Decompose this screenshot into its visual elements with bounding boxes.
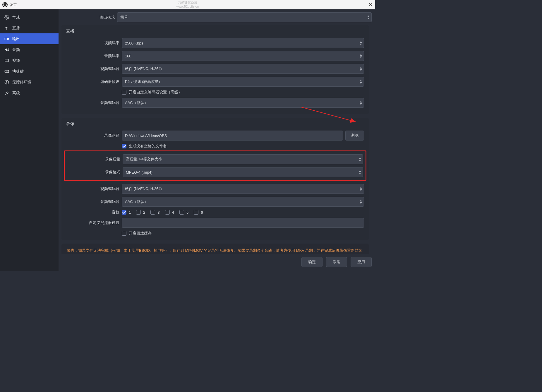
chevron-updown-icon <box>359 66 363 71</box>
window-title: 设置 <box>9 2 17 7</box>
chevron-updown-icon <box>359 199 363 204</box>
checkbox-icon <box>179 210 184 215</box>
sidebar-item-general[interactable]: 常规 <box>0 12 59 23</box>
nospace-filename-checkbox[interactable]: 生成没有空格的文件名 <box>122 143 167 149</box>
checkbox-icon <box>136 210 141 215</box>
sidebar: 常规 直播 输出 音频 视频 <box>0 9 59 271</box>
sidebar-item-output[interactable]: 输出 <box>0 33 59 44</box>
chevron-updown-icon <box>358 157 362 162</box>
sidebar-item-label: 常规 <box>12 15 20 20</box>
sidebar-item-audio[interactable]: 音频 <box>0 44 59 55</box>
sidebar-item-hotkeys[interactable]: 快捷键 <box>0 66 59 77</box>
stream-audio-bitrate-select[interactable]: 160 <box>122 51 364 61</box>
accessibility-icon <box>4 80 9 85</box>
app-icon <box>2 2 8 7</box>
warning-message: 警告：如果文件无法完成（例如，由于蓝屏BSOD、掉电等），保存到 MP4/MOV… <box>61 244 369 254</box>
custom-muxer-input[interactable] <box>122 218 364 228</box>
spinner-icon <box>359 41 363 45</box>
output-mode-row: 输出模式 简单 <box>61 12 372 22</box>
output-mode-label: 输出模式 <box>61 15 117 20</box>
replay-buffer-checkbox[interactable]: 开启回放缓存 <box>122 231 152 236</box>
sidebar-item-stream[interactable]: 直播 <box>0 23 59 33</box>
sidebar-item-label: 输出 <box>12 36 20 42</box>
chevron-updown-icon <box>359 186 363 191</box>
apply-button[interactable]: 应用 <box>351 257 372 267</box>
checkbox-icon <box>194 210 198 215</box>
camera-icon <box>4 36 9 42</box>
gear-icon <box>4 15 9 20</box>
sidebar-item-accessibility[interactable]: 无障碍环境 <box>0 77 59 88</box>
speaker-icon <box>4 47 9 52</box>
stream-video-bitrate-input[interactable]: 2500 Kbps <box>122 38 364 48</box>
highlight-box: 录像质量 高质量, 中等文件大小 录像格式 MPEG-4 (.mp4) <box>64 150 366 181</box>
sidebar-item-label: 快捷键 <box>12 69 24 74</box>
stream-encoder-preset-select[interactable]: P5：慢速 (较高质量) <box>122 77 364 87</box>
stream-custom-encoder-checkbox[interactable]: 开启自定义编码器设置（高级） <box>122 90 182 95</box>
sidebar-item-label: 直播 <box>12 25 20 31</box>
recording-quality-select[interactable]: 高质量, 中等文件大小 <box>123 154 363 164</box>
main-area: 输出模式 简单 直播 视频码率 2500 Kbps <box>59 9 375 271</box>
track-5-checkbox[interactable]: 5 <box>179 210 188 215</box>
stream-panel-title: 直播 <box>66 29 364 34</box>
audio-tracks: 1 2 3 4 5 6 <box>122 210 203 215</box>
track-1-checkbox[interactable]: 1 <box>122 210 131 215</box>
chevron-updown-icon <box>358 170 362 174</box>
chevron-updown-icon <box>359 100 363 105</box>
checkbox-icon <box>122 210 126 215</box>
browse-button[interactable]: 浏览 <box>345 131 364 141</box>
svg-rect-4 <box>5 70 8 73</box>
footer: 确定 取消 应用 <box>61 254 372 271</box>
stream-video-encoder-select[interactable]: 硬件 (NVENC, H.264) <box>122 64 364 74</box>
checkbox-icon <box>122 231 126 236</box>
stream-panel: 直播 视频码率 2500 Kbps 音频码率 160 视 <box>61 25 369 114</box>
recording-panel-title: 录像 <box>66 121 364 126</box>
sidebar-item-video[interactable]: 视频 <box>0 55 59 66</box>
track-2-checkbox[interactable]: 2 <box>136 210 145 215</box>
recording-audio-encoder-select[interactable]: AAC（默认） <box>122 197 364 207</box>
svg-point-1 <box>6 27 7 28</box>
sidebar-item-label: 视频 <box>12 58 20 63</box>
titlebar: 设置 吾爱破解论坛 www.52pojie.cn ✕ <box>0 0 375 9</box>
recording-panel: 录像 录像路径 D:/Windows/Videos/OBS 浏览 生成没有空格的… <box>61 118 369 240</box>
chevron-updown-icon <box>367 15 370 20</box>
track-6-checkbox[interactable]: 6 <box>194 210 203 215</box>
stream-audio-encoder-select[interactable]: AAC（默认） <box>122 98 364 108</box>
sidebar-item-label: 音频 <box>12 47 20 52</box>
recording-format-select[interactable]: MPEG-4 (.mp4) <box>123 167 363 177</box>
ok-button[interactable]: 确定 <box>301 257 323 267</box>
monitor-icon <box>4 58 9 63</box>
checkbox-icon <box>122 144 126 148</box>
settings-scroll[interactable]: 直播 视频码率 2500 Kbps 音频码率 160 视 <box>61 25 372 254</box>
track-3-checkbox[interactable]: 3 <box>150 210 159 215</box>
svg-point-6 <box>6 81 7 81</box>
keyboard-icon <box>4 69 9 74</box>
checkbox-icon <box>150 210 155 215</box>
output-mode-select[interactable]: 简单 <box>117 12 372 22</box>
track-4-checkbox[interactable]: 4 <box>165 210 174 215</box>
checkbox-icon <box>165 210 170 215</box>
chevron-updown-icon <box>359 79 363 84</box>
watermark: 吾爱破解论坛 www.52pojie.cn <box>176 1 199 8</box>
svg-point-0 <box>6 17 7 18</box>
checkbox-icon <box>122 90 126 95</box>
sidebar-item-advanced[interactable]: 高级 <box>0 88 59 98</box>
antenna-icon <box>4 25 9 31</box>
recording-path-input[interactable]: D:/Windows/Videos/OBS <box>122 131 343 141</box>
sidebar-item-label: 无障碍环境 <box>12 80 31 85</box>
sidebar-item-label: 高级 <box>12 90 20 96</box>
tools-icon <box>4 90 9 96</box>
recording-video-encoder-select[interactable]: 硬件 (NVENC, H.264) <box>122 184 364 194</box>
cancel-button[interactable]: 取消 <box>326 257 347 267</box>
chevron-updown-icon <box>359 54 363 58</box>
close-icon[interactable]: ✕ <box>368 1 373 8</box>
svg-rect-3 <box>5 59 8 62</box>
